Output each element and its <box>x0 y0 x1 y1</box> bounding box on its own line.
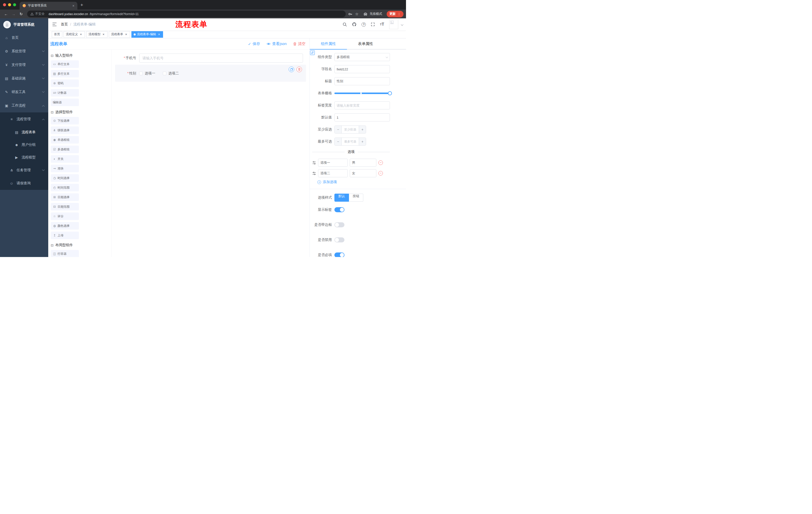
tag-process-form-edit[interactable]: 流程表单-编辑 × <box>132 31 163 38</box>
tag-close-icon[interactable]: × <box>102 32 105 36</box>
drag-handle-icon[interactable] <box>312 161 316 164</box>
palette-item-radio-group[interactable]: ◉单选框组 <box>51 136 79 143</box>
title-input[interactable] <box>335 77 390 85</box>
new-tab-button[interactable]: + <box>80 2 83 8</box>
disabled-switch[interactable] <box>335 237 344 242</box>
remove-option-button[interactable]: − <box>378 160 383 165</box>
palette-item-select[interactable]: ⊙下拉选择 <box>51 117 79 125</box>
fullscreen-icon[interactable] <box>371 22 375 26</box>
sidebar-item-user-group[interactable]: ☻ 用户分组 <box>0 139 48 151</box>
sidebar-item-process-mgmt[interactable]: ≡ 流程管理 <box>0 112 48 126</box>
gender-option1-checkbox[interactable]: 选项一 <box>139 71 155 76</box>
tag-close-icon[interactable]: × <box>157 32 161 36</box>
palette-item-time-range[interactable]: ◴时间范围 <box>51 184 79 191</box>
search-icon[interactable] <box>343 22 347 27</box>
max-select-input[interactable] <box>342 138 359 145</box>
sidebar-item-process-form[interactable]: ▤ 流程表单 <box>0 126 48 139</box>
drag-handle-icon[interactable] <box>312 172 316 175</box>
canvas-field-phone[interactable]: *手机号 <box>115 54 306 63</box>
sidebar-item-devtools[interactable]: ✎ 研发工具 <box>0 85 48 99</box>
reload-icon[interactable]: ↻ <box>18 10 25 18</box>
tag-process-definition[interactable]: 流程定义 × <box>63 31 85 38</box>
style-default-button[interactable]: 默认 <box>335 194 349 202</box>
field-name-input[interactable] <box>335 65 390 73</box>
option-name-input[interactable] <box>318 159 348 167</box>
palette-item-checkbox-group[interactable]: ☑多选框组 <box>51 145 79 153</box>
increase-button[interactable]: + <box>359 138 366 145</box>
palette-item-slider[interactable]: ⊸滑块 <box>51 165 79 172</box>
password-key-icon[interactable] <box>348 12 352 16</box>
style-button-button[interactable]: 按钮 <box>349 194 363 202</box>
browser-update-button[interactable]: 更新 ⋮ <box>387 11 404 17</box>
canvas-field-gender-selected[interactable]: *性别 选项一 选项二 <box>115 64 306 82</box>
sidebar-item-workflow[interactable]: ▣ 工作流程 <box>0 99 48 112</box>
slider-handle[interactable] <box>388 91 392 95</box>
decrease-button[interactable]: − <box>335 126 342 133</box>
palette-item-color-picker[interactable]: ◍颜色选择 <box>51 222 79 229</box>
address-bar[interactable]: 不安全 dashboard.yudao.iocoder.cn/bpm/manag… <box>27 10 346 17</box>
palette-item-upload[interactable]: ↥上传 <box>51 232 79 239</box>
palette-item-counter[interactable]: 123计数器 <box>51 89 79 97</box>
forward-icon[interactable]: → <box>10 10 17 18</box>
show-label-switch[interactable] <box>335 207 344 212</box>
window-minimize-button[interactable] <box>8 3 11 6</box>
breadcrumb-home-link[interactable]: 首页 <box>61 22 68 27</box>
save-button[interactable]: ✓ 保存 <box>248 42 260 46</box>
tag-close-icon[interactable]: × <box>79 32 83 36</box>
sidebar-item-leave-query[interactable]: ☺ 请假查询 <box>0 177 48 190</box>
link-icon[interactable] <box>310 50 315 55</box>
browser-tab[interactable]: 芋道管理系统 × <box>20 2 77 9</box>
tab-close-icon[interactable]: × <box>71 4 76 8</box>
sidebar-item-system[interactable]: ⚙ 系统管理 <box>0 45 48 58</box>
add-option-button[interactable]: + 添加选项 <box>317 180 390 184</box>
palette-item-password[interactable]: ⊛密码 <box>51 79 79 87</box>
sidebar-item-infra[interactable]: ▤ 基础设施 <box>0 72 48 85</box>
gender-option2-checkbox[interactable]: 选项二 <box>163 71 179 76</box>
view-json-button[interactable]: 查看json <box>266 42 287 46</box>
tag-process-model[interactable]: 流程模型 × <box>86 31 108 38</box>
phone-input[interactable] <box>139 54 303 63</box>
copy-component-button[interactable] <box>289 66 294 72</box>
option-value-input[interactable] <box>350 169 376 177</box>
window-zoom-button[interactable] <box>13 3 16 6</box>
delete-component-button[interactable] <box>296 66 302 72</box>
hamburger-icon[interactable] <box>48 23 61 26</box>
help-icon[interactable]: ? <box>361 22 366 27</box>
palette-item-row-container[interactable]: ◫行容器 <box>51 250 79 257</box>
grid-slider[interactable] <box>335 89 390 97</box>
default-value-input[interactable] <box>335 113 390 121</box>
required-switch[interactable] <box>335 252 344 257</box>
sidebar-item-payment[interactable]: ¥ 支付管理 <box>0 58 48 72</box>
palette-item-date-range[interactable]: ⊟日期范围 <box>51 203 79 211</box>
tag-close-icon[interactable]: × <box>124 32 128 36</box>
tab-form-props[interactable]: 表单属性 <box>347 38 384 49</box>
decrease-button[interactable]: − <box>335 138 342 145</box>
browser-menu-dots-icon[interactable]: ⋮ <box>398 12 401 16</box>
palette-item-multi-text[interactable]: ▤多行文本 <box>51 70 79 77</box>
avatar[interactable] <box>389 20 398 29</box>
palette-item-cascader[interactable]: ⋔级联选择 <box>51 127 79 134</box>
sidebar-item-home[interactable]: ⌂ 首页 <box>0 31 48 45</box>
tag-process-form[interactable]: 流程表单 × <box>109 31 130 38</box>
tag-home[interactable]: 首页 <box>52 31 62 38</box>
option-name-input[interactable] <box>318 169 348 177</box>
tab-component-props[interactable]: 组件属性 <box>310 38 347 49</box>
component-type-select[interactable] <box>335 53 390 61</box>
window-close-button[interactable] <box>3 3 6 6</box>
bookmark-star-icon[interactable]: ☆ <box>355 12 358 16</box>
back-icon[interactable]: ← <box>2 10 9 18</box>
palette-item-single-text[interactable]: ▭单行文本 <box>51 60 79 68</box>
palette-item-time-picker[interactable]: ◷时间选择 <box>51 174 79 182</box>
remove-option-button[interactable]: − <box>378 171 383 175</box>
palette-item-date-picker[interactable]: ⊞日期选择 <box>51 193 79 201</box>
palette-item-rate[interactable]: ☆评分 <box>51 213 79 220</box>
option-value-input[interactable] <box>350 159 376 167</box>
palette-item-editor[interactable]: 编辑器 <box>51 99 79 106</box>
border-switch[interactable] <box>335 222 344 227</box>
github-icon[interactable] <box>352 22 356 27</box>
avatar-caret-icon[interactable] <box>401 23 404 26</box>
sidebar-item-process-model[interactable]: ▶ 流程模型 <box>0 151 48 164</box>
sidebar-item-task-mgmt[interactable]: ⋔ 任务管理 <box>0 164 48 177</box>
label-width-input[interactable] <box>335 101 390 109</box>
clear-button[interactable]: 清空 <box>293 42 306 46</box>
